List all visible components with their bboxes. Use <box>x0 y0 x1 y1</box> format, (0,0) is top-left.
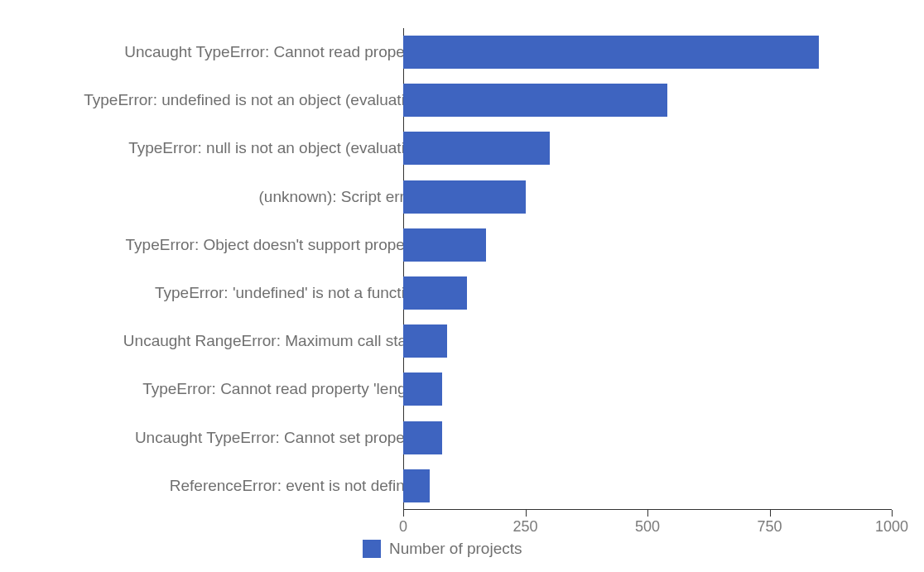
legend-label: Number of projects <box>389 540 522 558</box>
bar-row <box>403 124 892 172</box>
bar-row <box>403 462 892 510</box>
bar <box>403 132 550 165</box>
y-axis-category-label: Uncaught TypeError: Cannot set property <box>25 414 422 462</box>
x-axis-tick-label: 250 <box>513 518 537 536</box>
bar-row <box>403 221 892 269</box>
x-axis-tick-label: 0 <box>399 518 407 536</box>
bar <box>403 421 442 454</box>
bar-row <box>403 28 892 76</box>
bar <box>403 180 526 214</box>
bar-row <box>403 173 892 221</box>
bar <box>403 228 486 262</box>
y-axis-category-label: TypeError: Object doesn't support proper… <box>25 221 422 269</box>
x-axis-tick <box>770 510 771 517</box>
x-axis-tick <box>892 510 893 517</box>
x-axis-tick <box>647 510 648 517</box>
y-axis-category-label: TypeError: undefined is not an object (e… <box>25 76 422 124</box>
x-axis-tick-label: 500 <box>635 518 660 536</box>
bar <box>403 84 667 117</box>
y-axis-category-label: TypeError: null is not an object (evalua… <box>25 124 422 172</box>
bar-row <box>403 269 892 317</box>
x-axis-tick <box>526 510 527 517</box>
chart-container: Uncaught TypeError: Cannot read property… <box>0 0 924 572</box>
bar <box>403 469 430 502</box>
plot-area <box>403 28 892 510</box>
x-axis-tick-label: 1000 <box>875 518 908 536</box>
y-axis-category-label: TypeError: Cannot read property 'length' <box>25 365 422 413</box>
legend-swatch <box>363 540 381 558</box>
bar-row <box>403 317 892 365</box>
bar-row <box>403 414 892 462</box>
bar <box>403 324 447 358</box>
bar <box>403 276 467 310</box>
y-axis-category-label: Uncaught TypeError: Cannot read property <box>25 28 422 76</box>
y-axis-category-label: (unknown): Script error. <box>25 173 422 221</box>
bar-row <box>403 76 892 124</box>
bar <box>403 373 442 406</box>
bar <box>403 36 819 69</box>
y-axis-category-label: Uncaught RangeError: Maximum call stack <box>25 317 422 365</box>
x-axis-tick <box>403 510 404 517</box>
y-axis-category-label: ReferenceError: event is not defined <box>25 462 422 510</box>
legend: Number of projects <box>363 540 522 558</box>
bar-row <box>403 365 892 413</box>
y-axis-category-label: TypeError: 'undefined' is not a function <box>25 269 422 317</box>
x-axis-tick-label: 750 <box>757 518 782 536</box>
